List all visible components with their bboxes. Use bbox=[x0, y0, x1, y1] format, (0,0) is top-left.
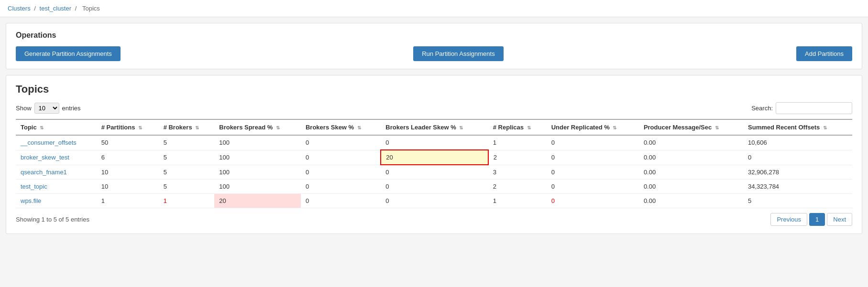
cell-producer: 0.00 bbox=[639, 135, 743, 150]
cell-brokers: 5 bbox=[159, 180, 215, 194]
cell-offsets: 0 bbox=[743, 150, 852, 165]
pagination: Previous 1 Next bbox=[770, 213, 852, 226]
cell-topic: broker_skew_test bbox=[16, 150, 97, 165]
cell-offsets: 10,606 bbox=[743, 135, 852, 150]
cell-offsets: 34,323,784 bbox=[743, 180, 852, 194]
table-footer: Showing 1 to 5 of 5 entries Previous 1 N… bbox=[16, 213, 852, 226]
sort-icon-under-rep: ⇅ bbox=[613, 125, 616, 130]
cell-replicas: 2 bbox=[488, 150, 547, 165]
cell-brokers: 5 bbox=[159, 150, 215, 165]
topic-link[interactable]: broker_skew_test bbox=[21, 154, 69, 161]
cell-topic: __consumer_offsets bbox=[16, 135, 97, 150]
col-partitions[interactable]: # Partitions ⇅ bbox=[97, 119, 159, 135]
sort-icon-leader-skew: ⇅ bbox=[459, 125, 463, 130]
cell-skew: 0 bbox=[301, 135, 381, 150]
col-replicas[interactable]: # Replicas ⇅ bbox=[488, 119, 547, 135]
sort-icon-producer: ⇅ bbox=[715, 125, 719, 130]
table-row: __consumer_offsets 50 5 100 0 0 1 0 0.00… bbox=[16, 135, 852, 150]
cell-under-rep: 0 bbox=[547, 165, 639, 180]
cell-partitions: 50 bbox=[97, 135, 159, 150]
add-partitions-btn[interactable]: Add Partitions bbox=[796, 46, 852, 61]
sort-icon-partitions: ⇅ bbox=[138, 125, 142, 130]
topic-link[interactable]: test_topic bbox=[21, 183, 47, 190]
search-label: Search: bbox=[751, 105, 773, 112]
col-topic[interactable]: Topic ⇅ bbox=[16, 119, 97, 135]
cell-under-rep: 0 bbox=[547, 180, 639, 194]
breadcrumb: Clusters / test_cluster / Topics bbox=[0, 0, 868, 17]
topic-link[interactable]: qsearch_fname1 bbox=[21, 169, 67, 176]
topics-panel: Topics Show 10 25 50 100 entries Search:… bbox=[6, 75, 862, 234]
cell-under-rep: 0 bbox=[547, 194, 639, 208]
sort-icon-offsets: ⇅ bbox=[823, 125, 827, 130]
cell-partitions: 1 bbox=[97, 194, 159, 208]
cell-skew: 0 bbox=[301, 180, 381, 194]
cell-spread: 20 bbox=[214, 194, 301, 208]
cell-replicas: 2 bbox=[488, 180, 547, 194]
col-brokers-skew[interactable]: Brokers Skew % ⇅ bbox=[301, 119, 381, 135]
table-controls: Show 10 25 50 100 entries Search: bbox=[16, 102, 852, 114]
cell-producer: 0.00 bbox=[639, 180, 743, 194]
topics-table: Topic ⇅ # Partitions ⇅ # Brokers ⇅ Broke… bbox=[16, 119, 852, 208]
cell-brokers: 5 bbox=[159, 135, 215, 150]
breadcrumb-cluster[interactable]: test_cluster bbox=[40, 5, 71, 12]
search-input[interactable] bbox=[776, 102, 852, 114]
cell-brokers: 5 bbox=[159, 165, 215, 180]
operations-buttons: Generate Partition Assignments Run Parti… bbox=[16, 46, 852, 61]
cell-replicas: 3 bbox=[488, 165, 547, 180]
topic-link[interactable]: __consumer_offsets bbox=[21, 139, 77, 146]
operations-title: Operations bbox=[16, 31, 852, 40]
breadcrumb-clusters[interactable]: Clusters bbox=[8, 5, 31, 12]
col-under-replicated[interactable]: Under Replicated % ⇅ bbox=[547, 119, 639, 135]
cell-producer: 0.00 bbox=[639, 194, 743, 208]
table-row: test_topic 10 5 100 0 0 2 0 0.00 34,323,… bbox=[16, 180, 852, 194]
sort-icon-spread: ⇅ bbox=[276, 125, 280, 130]
cell-offsets: 5 bbox=[743, 194, 852, 208]
cell-leader-skew: 0 bbox=[381, 135, 488, 150]
cell-under-rep: 0 bbox=[547, 135, 639, 150]
col-producer-msg[interactable]: Producer Message/Sec ⇅ bbox=[639, 119, 743, 135]
cell-leader-skew: 0 bbox=[381, 194, 488, 208]
sort-icon-skew: ⇅ bbox=[357, 125, 361, 130]
entries-label: entries bbox=[62, 105, 81, 112]
show-entries: Show 10 25 50 100 entries bbox=[16, 103, 81, 114]
sort-icon-topic: ⇅ bbox=[40, 125, 44, 130]
table-row: wps.file 1 1 20 0 0 1 0 0.00 5 bbox=[16, 194, 852, 208]
sort-icon-brokers: ⇅ bbox=[195, 125, 199, 130]
entries-select[interactable]: 10 25 50 100 bbox=[34, 103, 59, 114]
next-button[interactable]: Next bbox=[827, 213, 852, 226]
generate-partition-btn[interactable]: Generate Partition Assignments bbox=[16, 46, 121, 61]
col-brokers[interactable]: # Brokers ⇅ bbox=[159, 119, 215, 135]
cell-producer: 0.00 bbox=[639, 150, 743, 165]
cell-brokers: 1 bbox=[159, 194, 215, 208]
show-label: Show bbox=[16, 105, 32, 112]
cell-partitions: 6 bbox=[97, 150, 159, 165]
cell-replicas: 1 bbox=[488, 135, 547, 150]
search-box: Search: bbox=[751, 102, 852, 114]
cell-offsets: 32,906,278 bbox=[743, 165, 852, 180]
cell-topic: test_topic bbox=[16, 180, 97, 194]
sort-icon-replicas: ⇅ bbox=[527, 125, 531, 130]
cell-partitions: 10 bbox=[97, 180, 159, 194]
cell-topic: qsearch_fname1 bbox=[16, 165, 97, 180]
topic-link[interactable]: wps.file bbox=[21, 197, 41, 204]
col-summed-offsets[interactable]: Summed Recent Offsets ⇅ bbox=[743, 119, 852, 135]
cell-spread: 100 bbox=[214, 150, 301, 165]
cell-skew: 0 bbox=[301, 165, 381, 180]
table-row: qsearch_fname1 10 5 100 0 0 3 0 0.00 32,… bbox=[16, 165, 852, 180]
cell-leader-skew: 0 bbox=[381, 180, 488, 194]
footer-info: Showing 1 to 5 of 5 entries bbox=[16, 216, 89, 223]
run-partition-btn[interactable]: Run Partition Assignments bbox=[413, 46, 503, 61]
page-1-button[interactable]: 1 bbox=[809, 213, 825, 226]
operations-panel: Operations Generate Partition Assignment… bbox=[6, 23, 862, 69]
cell-topic: wps.file bbox=[16, 194, 97, 208]
table-header-row: Topic ⇅ # Partitions ⇅ # Brokers ⇅ Broke… bbox=[16, 119, 852, 135]
topics-title: Topics bbox=[16, 83, 852, 96]
cell-spread: 100 bbox=[214, 180, 301, 194]
cell-replicas: 1 bbox=[488, 194, 547, 208]
cell-leader-skew: 0 bbox=[381, 165, 488, 180]
cell-skew: 0 bbox=[301, 150, 381, 165]
col-brokers-spread[interactable]: Brokers Spread % ⇅ bbox=[214, 119, 301, 135]
previous-button[interactable]: Previous bbox=[770, 213, 807, 226]
cell-skew: 0 bbox=[301, 194, 381, 208]
col-brokers-leader-skew[interactable]: Brokers Leader Skew % ⇅ bbox=[381, 119, 488, 135]
